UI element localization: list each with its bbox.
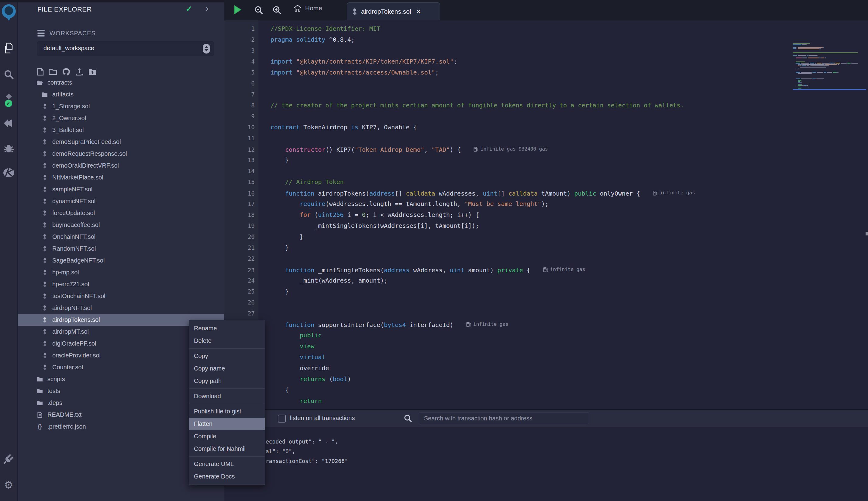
menu-item-compile[interactable]: Compile — [189, 430, 265, 443]
top-strip — [0, 0, 224, 2]
transaction-search-input[interactable] — [419, 412, 589, 424]
files-icon — [4, 43, 14, 54]
minimap[interactable] — [793, 43, 866, 90]
tree-item-1_Storage.sol[interactable]: 1_Storage.sol — [18, 100, 224, 112]
code-line[interactable]: returns (bool) — [224, 374, 868, 384]
code-line[interactable]: 5import "@klaytn/contracts/access/Ownabl… — [224, 67, 868, 78]
zoom-out-icon[interactable] — [254, 6, 263, 14]
menu-item-rename[interactable]: Rename — [189, 322, 265, 334]
plugin-manager-icon[interactable] — [0, 452, 17, 464]
new-folder-icon[interactable] — [48, 68, 57, 75]
workspace-selected-value: default_workspace — [43, 45, 94, 52]
tree-item-RandomNFT.sol[interactable]: RandomNFT.sol — [18, 243, 224, 255]
listen-checkbox[interactable] — [278, 415, 286, 423]
code-line[interactable]: 24 _mint(wAddress, amount); — [224, 275, 868, 286]
tree-item-airdropNFT.sol[interactable]: airdropNFT.sol — [18, 302, 224, 314]
tree-item-contracts[interactable]: contracts — [18, 77, 224, 88]
menu-item-copy-path[interactable]: Copy path — [189, 375, 265, 387]
tree-item-demoRequestResponse.sol[interactable]: demoRequestResponse.sol — [18, 148, 224, 160]
file-explorer-icon[interactable] — [0, 43, 17, 54]
menu-item-copy[interactable]: Copy — [189, 350, 265, 362]
tree-item-NftMarketPlace.sol[interactable]: NftMarketPlace.sol — [18, 172, 224, 183]
github-icon[interactable] — [62, 67, 70, 76]
menu-item-compile-for-nahmii[interactable]: Compile for Nahmii — [189, 443, 265, 455]
run-icon[interactable] — [233, 5, 242, 14]
debugger-icon[interactable] — [0, 143, 17, 153]
code-line[interactable]: { — [224, 384, 868, 395]
tree-item-OnchainNFT.sol[interactable]: OnchainNFT.sol — [18, 231, 224, 243]
code-line[interactable]: 15 // Airdrop Token — [224, 177, 868, 188]
hamburger-icon[interactable] — [37, 30, 45, 38]
tree-item-hp-mp.sol[interactable]: hp-mp.sol — [18, 266, 224, 278]
workspaces-label: WORKSPACES — [50, 30, 96, 37]
code-line[interactable]: 17 require(wAddresses.length == tAmount.… — [224, 198, 868, 209]
tree-item-sampleNFT.sol[interactable]: sampleNFT.sol — [18, 183, 224, 195]
code-line[interactable]: 18 for (uint256 i = 0; i < wAddresses.le… — [224, 209, 868, 220]
deploy-run-icon[interactable] — [0, 118, 17, 128]
code-line[interactable]: 7 — [224, 89, 868, 100]
code-line[interactable]: 21 } — [224, 242, 868, 253]
menu-item-generate-uml[interactable]: Generate UML — [189, 458, 265, 470]
upload-folder-icon[interactable] — [88, 68, 97, 75]
code-line[interactable]: view — [224, 341, 868, 352]
code-line[interactable]: 8// the creator of the project mints cer… — [224, 100, 868, 111]
code-line[interactable]: 13 } — [224, 154, 868, 166]
zoom-in-icon[interactable] — [272, 6, 282, 14]
code-line[interactable]: 19 _mintSingleTokens(wAddresses[i], tAmo… — [224, 220, 868, 231]
code-line[interactable]: 4import "@klaytn/contracts/KIP/token/KIP… — [224, 56, 868, 67]
tree-item-hp-erc721.sol[interactable]: hp-erc721.sol — [18, 278, 224, 290]
search-icon[interactable] — [0, 70, 17, 80]
code-line[interactable]: 2pragma solidity ^0.8.4; — [224, 34, 868, 45]
tab-home[interactable]: Home — [294, 4, 322, 12]
code-line[interactable]: 1//SPDX-License-Identifier: MIT — [224, 23, 868, 34]
tree-item-demoSupraPriceFeed.sol[interactable]: demoSupraPriceFeed.sol — [18, 136, 224, 148]
workspace-select[interactable]: default_workspace — [37, 41, 214, 56]
chevron-right-icon[interactable]: › — [206, 4, 208, 13]
tree-item-forceUpdate.sol[interactable]: forceUpdate.sol — [18, 207, 224, 219]
code-line[interactable]: 22 — [224, 253, 868, 264]
menu-item-publish-file-to-gist[interactable]: Publish file to gist — [189, 405, 265, 418]
code-line[interactable]: 11 — [224, 132, 868, 143]
code-line[interactable]: return — [224, 395, 868, 406]
code-line[interactable]: 12 constructor() KIP7("Token Aidrop Demo… — [224, 143, 868, 154]
code-line[interactable]: 20 } — [224, 231, 868, 242]
code-line[interactable]: 23 function _mintSingleTokens(address wA… — [224, 264, 868, 275]
code-line[interactable]: 27 — [224, 308, 868, 319]
code-line[interactable]: 26 — [224, 297, 868, 308]
tree-item-3_Ballot.sol[interactable]: 3_Ballot.sol — [18, 124, 224, 136]
menu-item-delete[interactable]: Delete — [189, 334, 265, 347]
code-line[interactable]: 10contract TokenAirdrop is KIP7, Ownable… — [224, 122, 868, 132]
new-file-icon[interactable] — [37, 68, 44, 76]
settings-icon[interactable]: ⚙ — [0, 479, 17, 491]
tree-item-2_Owner.sol[interactable]: 2_Owner.sol — [18, 112, 224, 124]
sol-icon — [41, 258, 48, 264]
menu-item-download[interactable]: Download — [189, 390, 265, 403]
app-logo[interactable] — [0, 4, 17, 18]
code-editor[interactable]: 1//SPDX-License-Identifier: MIT2pragma s… — [224, 20, 868, 409]
upload-file-icon[interactable] — [75, 68, 83, 76]
tree-item-dynamicNFT.sol[interactable]: dynamicNFT.sol — [18, 195, 224, 207]
code-line[interactable]: public — [224, 330, 868, 341]
code-line[interactable]: 16 function airdropTokens(address[] call… — [224, 188, 868, 198]
tree-item-SageBadgeNFT.sol[interactable]: SageBadgeNFT.sol — [18, 255, 224, 266]
listen-checkbox-label: listen on all transactions — [290, 415, 355, 422]
tab-close-icon[interactable]: ✕ — [416, 8, 421, 15]
code-line[interactable]: 14 — [224, 166, 868, 177]
code-line[interactable]: function supportsInterface(bytes4 interf… — [224, 319, 868, 330]
solidity-compiler-icon[interactable]: ✓ — [0, 93, 17, 105]
menu-item-flatten[interactable]: Flatten — [189, 418, 265, 430]
tree-item-testOnchainNFT.sol[interactable]: testOnchainNFT.sol — [18, 290, 224, 302]
code-line[interactable]: virtual — [224, 352, 868, 363]
code-line[interactable]: override — [224, 363, 868, 374]
tree-item-demoOraklDirectVRF.sol[interactable]: demoOraklDirectVRF.sol — [18, 160, 224, 172]
menu-item-copy-name[interactable]: Copy name — [189, 362, 265, 375]
code-line[interactable]: 9 — [224, 111, 868, 122]
tree-item-artifacts[interactable]: artifacts — [18, 88, 224, 100]
code-line[interactable]: 3 — [224, 45, 868, 56]
klaytn-plugin-icon[interactable] — [0, 167, 17, 178]
menu-item-generate-docs[interactable]: Generate Docs — [189, 470, 265, 483]
tree-item-buymeacoffee.sol[interactable]: buymeacoffee.sol — [18, 219, 224, 231]
tab-airdroptokens[interactable]: airdropTokens.sol ✕ — [347, 2, 440, 20]
code-line[interactable]: 25 } — [224, 286, 868, 297]
code-line[interactable]: 6 — [224, 78, 868, 89]
